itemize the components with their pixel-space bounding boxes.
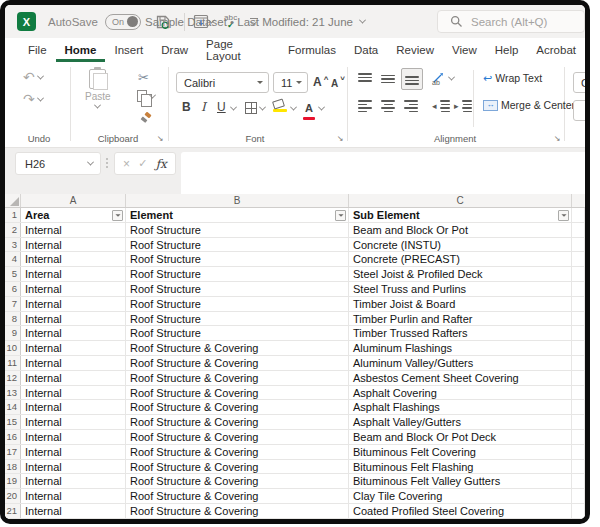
cell-area[interactable]: Internal <box>21 312 126 326</box>
ribbon-tab-help[interactable]: Help <box>486 38 528 62</box>
cell-element[interactable]: Roof Structure & Covering <box>126 386 349 400</box>
cell-d[interactable] <box>572 223 585 237</box>
row-number[interactable]: 8 <box>5 312 21 326</box>
row-number[interactable]: 13 <box>5 386 21 400</box>
cell-area[interactable]: Internal <box>21 267 126 281</box>
underline-chevron-icon[interactable] <box>230 104 237 111</box>
cell-sub-element[interactable]: Asphalt Covering <box>349 386 572 400</box>
enter-icon[interactable]: ✓ <box>138 157 147 170</box>
cell-d[interactable] <box>572 282 585 296</box>
font-size-select[interactable]: 11 <box>273 72 308 93</box>
cell-d[interactable] <box>572 297 585 311</box>
cell-sub-element[interactable]: Asphalt Flashings <box>349 400 572 414</box>
align-bottom-button[interactable] <box>401 68 423 90</box>
cell-sub-element[interactable]: Beam and Block Or Pot Deck <box>349 430 572 444</box>
row-number[interactable]: 7 <box>5 297 21 311</box>
orientation-button[interactable]: ab <box>431 71 454 86</box>
cell-sub-element[interactable]: Bituminous Felt Valley Gutters <box>349 474 572 488</box>
row-number[interactable]: 15 <box>5 415 21 429</box>
cell-d[interactable] <box>572 504 585 518</box>
underline-button[interactable]: U <box>217 100 226 114</box>
number-format-select-partial[interactable]: G <box>573 72 590 93</box>
cell-area[interactable]: Internal <box>21 341 126 355</box>
cell-element[interactable]: Roof Structure & Covering <box>126 489 349 503</box>
cell-sub-element[interactable]: Asphalt Valley/Gutters <box>349 415 572 429</box>
cell-area[interactable]: Internal <box>21 252 126 266</box>
row-number[interactable]: 11 <box>5 356 21 370</box>
ribbon-tab-formulas[interactable]: Formulas <box>279 38 345 62</box>
grow-font-button[interactable]: A˄ <box>313 74 328 89</box>
cell-sub-element[interactable]: Timber Joist & Board <box>349 297 572 311</box>
cell-d[interactable] <box>572 386 585 400</box>
cell-d[interactable] <box>572 474 585 488</box>
cell-element[interactable]: Roof Structure <box>126 312 349 326</box>
cell-area[interactable]: Internal <box>21 223 126 237</box>
cell-area[interactable]: Internal <box>21 430 126 444</box>
filter-dropdown-icon[interactable] <box>112 210 123 221</box>
row-number[interactable]: 5 <box>5 267 21 281</box>
row-number[interactable]: 6 <box>5 282 21 296</box>
fill-color-button[interactable] <box>273 100 287 112</box>
column-header-a[interactable]: A <box>21 194 126 207</box>
cell-sub-element[interactable]: Coated Profiled Steel Covering <box>349 504 572 518</box>
cell-sub-element[interactable]: Beam and Block Or Pot <box>349 223 572 237</box>
row-number[interactable]: 10 <box>5 341 21 355</box>
font-color-button[interactable]: A <box>303 98 315 120</box>
row-number[interactable]: 19 <box>5 474 21 488</box>
merge-center-button[interactable]: ↔ Merge & Center <box>483 99 583 111</box>
header-cell-area[interactable]: Area <box>21 208 126 222</box>
alignment-dialog-launcher-icon[interactable]: ↘ <box>552 134 562 144</box>
font-family-select[interactable]: Calibri <box>176 72 269 93</box>
cell-element[interactable]: Roof Structure <box>126 238 349 252</box>
cell-d[interactable] <box>572 489 585 503</box>
cell-element[interactable]: Roof Structure & Covering <box>126 504 349 518</box>
column-header-b[interactable]: B <box>126 194 349 207</box>
cell-area[interactable]: Internal <box>21 460 126 474</box>
decrease-indent-button[interactable]: ◂ <box>432 100 450 112</box>
cell-d[interactable] <box>572 238 585 252</box>
cell-d[interactable] <box>572 445 585 459</box>
name-box[interactable]: H26 <box>15 152 101 175</box>
cell-area[interactable]: Internal <box>21 238 126 252</box>
column-header-c[interactable]: C <box>349 194 572 207</box>
cell-d[interactable] <box>572 400 585 414</box>
shrink-font-button[interactable]: A˅ <box>331 74 345 89</box>
row-number[interactable]: 3 <box>5 238 21 252</box>
select-all-button[interactable] <box>5 194 21 207</box>
fill-color-chevron-icon[interactable] <box>290 104 297 111</box>
ribbon-tab-page-layout[interactable]: Page Layout <box>197 38 279 62</box>
cell-d[interactable] <box>572 267 585 281</box>
cell-element[interactable]: Roof Structure & Covering <box>126 356 349 370</box>
cell-sub-element[interactable]: Bituminous Felt Covering <box>349 445 572 459</box>
cell-sub-element[interactable]: Steel Joist & Profiled Deck <box>349 267 572 281</box>
wrap-text-button[interactable]: ↩ Wrap Text <box>483 72 542 84</box>
row-number[interactable]: 4 <box>5 252 21 266</box>
cell-area[interactable]: Internal <box>21 504 126 518</box>
cell-area[interactable]: Internal <box>21 297 126 311</box>
font-dialog-launcher-icon[interactable]: ↘ <box>335 134 345 144</box>
cell-element[interactable]: Roof Structure <box>126 252 349 266</box>
ribbon-tab-acrobat[interactable]: Acrobat <box>527 38 585 62</box>
cell-d[interactable] <box>572 326 585 340</box>
row-number[interactable]: 17 <box>5 445 21 459</box>
ribbon-tab-draw[interactable]: Draw <box>152 38 197 62</box>
cell-element[interactable]: Roof Structure & Covering <box>126 400 349 414</box>
insert-function-icon[interactable]: ƒx <box>156 157 167 171</box>
ribbon-tab-insert[interactable]: Insert <box>105 38 152 62</box>
redo-button[interactable]: ↷ <box>23 92 43 106</box>
cell-d[interactable] <box>572 312 585 326</box>
cell-element[interactable]: Roof Structure <box>126 223 349 237</box>
font-color-chevron-icon[interactable] <box>318 104 325 111</box>
cell-element[interactable]: Roof Structure & Covering <box>126 371 349 385</box>
cell-element[interactable]: Roof Structure & Covering <box>126 430 349 444</box>
align-left-button[interactable] <box>358 100 372 112</box>
clipboard-dialog-launcher-icon[interactable]: ↘ <box>155 134 165 144</box>
cell-sub-element[interactable]: Timber Purlin and Rafter <box>349 312 572 326</box>
cell-area[interactable]: Internal <box>21 400 126 414</box>
cell-element[interactable]: Roof Structure <box>126 267 349 281</box>
row-number[interactable]: 14 <box>5 400 21 414</box>
row-number[interactable]: 2 <box>5 223 21 237</box>
column-header-d-partial[interactable] <box>572 194 585 207</box>
formula-input[interactable] <box>181 152 585 194</box>
ribbon-tab-home[interactable]: Home <box>56 38 106 62</box>
